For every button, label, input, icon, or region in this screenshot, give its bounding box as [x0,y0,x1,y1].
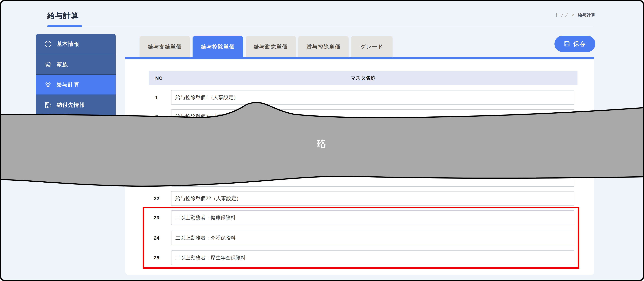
table-header: NO マスタ名称 [149,71,578,85]
breadcrumb: トップ > 給与計算 [554,12,595,18]
tab-bar: 給与支給単価 給与控除単価 給与勤怠単価 賞与控除単価 グレード [140,36,392,57]
row-number: 24 [145,231,168,245]
floppy-disk-icon [564,41,570,47]
header-divider [47,27,594,27]
sidebar-item-label: 家族 [56,61,68,68]
sidebar-item-payment-info[interactable]: 納付先情報 [36,95,116,115]
table-row: 23 [125,210,594,225]
tab-salary-payment-unit[interactable]: 給与支給単価 [140,36,190,57]
master-name-input[interactable] [171,231,574,245]
sidebar-item-basic-info[interactable]: 基本情報 [36,34,116,54]
breadcrumb-current: 給与計算 [578,12,595,18]
page-title: 給与計算 [47,11,79,21]
info-icon [44,40,52,48]
row-number: 22 [145,191,168,206]
row-number: 25 [145,250,168,265]
table-row: 25 [125,250,594,265]
active-tab-underline [125,57,594,59]
column-header-master-name: マスタ名称 [149,71,578,85]
payment-icon [44,101,52,109]
tab-salary-deduction-unit[interactable]: 給与控除単価 [192,36,243,57]
app-window: 給与計算 トップ > 給与計算 基本情報 家族 [0,0,644,281]
master-name-input[interactable] [171,109,574,124]
master-name-input[interactable] [171,172,574,187]
tab-bonus-deduction-unit[interactable]: 賞与控除単価 [298,36,348,57]
table-row: 2 [125,109,594,124]
breadcrumb-separator: > [572,13,574,18]
sidebar-item-salary-calc[interactable]: 給与計算 [36,74,116,95]
breadcrumb-home-link[interactable]: トップ [554,12,568,18]
table-row: 24 [125,231,594,245]
sidebar: 基本情報 家族 給与計算 [36,34,116,121]
master-name-input[interactable] [171,191,574,206]
master-name-input[interactable] [171,90,574,105]
master-name-input[interactable] [171,210,574,225]
row-number: 2 [145,109,168,124]
tab-grade[interactable]: グレード [351,36,392,57]
save-button[interactable]: 保存 [554,36,595,52]
row-number: 23 [145,210,168,225]
sidebar-item-family[interactable]: 家族 [36,54,116,74]
table-row-partial [125,172,594,187]
table-row: 1 [125,90,594,105]
master-name-input[interactable] [171,250,574,265]
sidebar-item-label: 基本情報 [56,41,79,48]
sidebar-item-label: 給与計算 [56,81,79,88]
salary-icon [44,81,52,88]
sidebar-item-label: 納付先情報 [56,101,85,109]
table-row: 22 [125,191,594,206]
family-icon [44,61,52,68]
row-number: 1 [145,90,168,105]
sidebar-continuation [36,115,116,121]
save-button-label: 保存 [573,40,586,48]
omission-label: 略 [316,137,327,151]
title-underline [47,25,82,27]
tab-salary-attendance-unit[interactable]: 給与勤怠単価 [246,36,296,57]
